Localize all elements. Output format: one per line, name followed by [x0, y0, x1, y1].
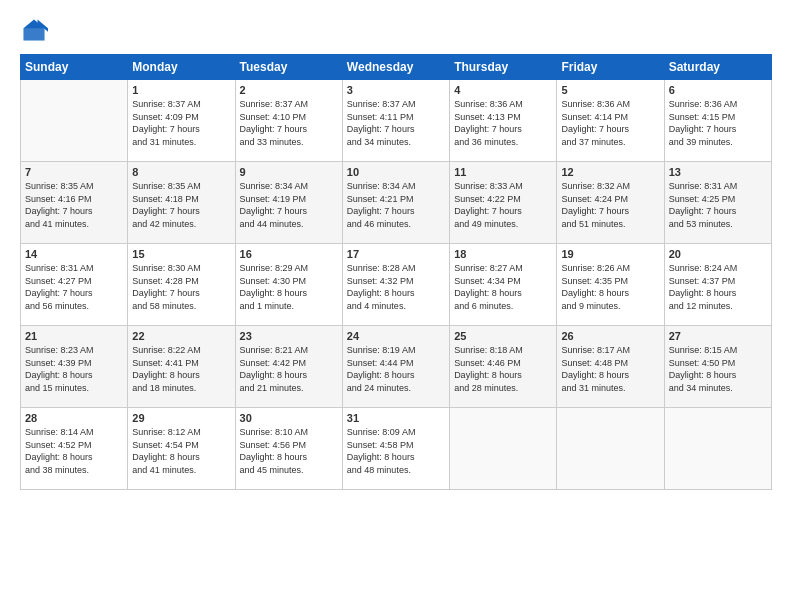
logo-icon: [20, 16, 48, 44]
day-number: 1: [132, 84, 230, 96]
cell-content: Sunrise: 8:23 AMSunset: 4:39 PMDaylight:…: [25, 344, 123, 394]
day-number: 14: [25, 248, 123, 260]
calendar-cell: 2Sunrise: 8:37 AMSunset: 4:10 PMDaylight…: [235, 80, 342, 162]
cell-content: Sunrise: 8:36 AMSunset: 4:13 PMDaylight:…: [454, 98, 552, 148]
calendar-cell: 26Sunrise: 8:17 AMSunset: 4:48 PMDayligh…: [557, 326, 664, 408]
calendar-cell: 20Sunrise: 8:24 AMSunset: 4:37 PMDayligh…: [664, 244, 771, 326]
cell-content: Sunrise: 8:37 AMSunset: 4:11 PMDaylight:…: [347, 98, 445, 148]
calendar-cell: 25Sunrise: 8:18 AMSunset: 4:46 PMDayligh…: [450, 326, 557, 408]
calendar-cell: 11Sunrise: 8:33 AMSunset: 4:22 PMDayligh…: [450, 162, 557, 244]
day-number: 11: [454, 166, 552, 178]
page: SundayMondayTuesdayWednesdayThursdayFrid…: [0, 0, 792, 612]
day-number: 3: [347, 84, 445, 96]
calendar-cell: 17Sunrise: 8:28 AMSunset: 4:32 PMDayligh…: [342, 244, 449, 326]
cell-content: Sunrise: 8:34 AMSunset: 4:19 PMDaylight:…: [240, 180, 338, 230]
week-row: 14Sunrise: 8:31 AMSunset: 4:27 PMDayligh…: [21, 244, 772, 326]
calendar-cell: [664, 408, 771, 490]
day-number: 17: [347, 248, 445, 260]
day-number: 21: [25, 330, 123, 342]
calendar-cell: 23Sunrise: 8:21 AMSunset: 4:42 PMDayligh…: [235, 326, 342, 408]
calendar-cell: 12Sunrise: 8:32 AMSunset: 4:24 PMDayligh…: [557, 162, 664, 244]
day-number: 12: [561, 166, 659, 178]
day-number: 4: [454, 84, 552, 96]
day-number: 20: [669, 248, 767, 260]
cell-content: Sunrise: 8:29 AMSunset: 4:30 PMDaylight:…: [240, 262, 338, 312]
calendar-cell: 15Sunrise: 8:30 AMSunset: 4:28 PMDayligh…: [128, 244, 235, 326]
calendar-cell: 19Sunrise: 8:26 AMSunset: 4:35 PMDayligh…: [557, 244, 664, 326]
calendar-cell: 21Sunrise: 8:23 AMSunset: 4:39 PMDayligh…: [21, 326, 128, 408]
header: [20, 16, 772, 44]
cell-content: Sunrise: 8:12 AMSunset: 4:54 PMDaylight:…: [132, 426, 230, 476]
calendar-table: SundayMondayTuesdayWednesdayThursdayFrid…: [20, 54, 772, 490]
calendar-cell: 8Sunrise: 8:35 AMSunset: 4:18 PMDaylight…: [128, 162, 235, 244]
calendar-cell: 24Sunrise: 8:19 AMSunset: 4:44 PMDayligh…: [342, 326, 449, 408]
cell-content: Sunrise: 8:36 AMSunset: 4:14 PMDaylight:…: [561, 98, 659, 148]
cell-content: Sunrise: 8:26 AMSunset: 4:35 PMDaylight:…: [561, 262, 659, 312]
cell-content: Sunrise: 8:14 AMSunset: 4:52 PMDaylight:…: [25, 426, 123, 476]
day-header: Monday: [128, 55, 235, 80]
calendar-cell: 13Sunrise: 8:31 AMSunset: 4:25 PMDayligh…: [664, 162, 771, 244]
day-number: 6: [669, 84, 767, 96]
cell-content: Sunrise: 8:31 AMSunset: 4:25 PMDaylight:…: [669, 180, 767, 230]
calendar-cell: 31Sunrise: 8:09 AMSunset: 4:58 PMDayligh…: [342, 408, 449, 490]
cell-content: Sunrise: 8:24 AMSunset: 4:37 PMDaylight:…: [669, 262, 767, 312]
calendar-cell: 4Sunrise: 8:36 AMSunset: 4:13 PMDaylight…: [450, 80, 557, 162]
day-number: 19: [561, 248, 659, 260]
calendar-cell: 9Sunrise: 8:34 AMSunset: 4:19 PMDaylight…: [235, 162, 342, 244]
calendar-cell: 5Sunrise: 8:36 AMSunset: 4:14 PMDaylight…: [557, 80, 664, 162]
cell-content: Sunrise: 8:18 AMSunset: 4:46 PMDaylight:…: [454, 344, 552, 394]
day-number: 26: [561, 330, 659, 342]
day-number: 28: [25, 412, 123, 424]
cell-content: Sunrise: 8:35 AMSunset: 4:16 PMDaylight:…: [25, 180, 123, 230]
calendar-cell: 27Sunrise: 8:15 AMSunset: 4:50 PMDayligh…: [664, 326, 771, 408]
week-row: 1Sunrise: 8:37 AMSunset: 4:09 PMDaylight…: [21, 80, 772, 162]
cell-content: Sunrise: 8:10 AMSunset: 4:56 PMDaylight:…: [240, 426, 338, 476]
day-number: 18: [454, 248, 552, 260]
day-number: 13: [669, 166, 767, 178]
cell-content: Sunrise: 8:37 AMSunset: 4:10 PMDaylight:…: [240, 98, 338, 148]
calendar-cell: 3Sunrise: 8:37 AMSunset: 4:11 PMDaylight…: [342, 80, 449, 162]
cell-content: Sunrise: 8:22 AMSunset: 4:41 PMDaylight:…: [132, 344, 230, 394]
day-header: Thursday: [450, 55, 557, 80]
day-number: 24: [347, 330, 445, 342]
logo: [20, 16, 52, 44]
day-number: 10: [347, 166, 445, 178]
calendar-cell: 14Sunrise: 8:31 AMSunset: 4:27 PMDayligh…: [21, 244, 128, 326]
day-number: 29: [132, 412, 230, 424]
cell-content: Sunrise: 8:17 AMSunset: 4:48 PMDaylight:…: [561, 344, 659, 394]
day-number: 7: [25, 166, 123, 178]
cell-content: Sunrise: 8:09 AMSunset: 4:58 PMDaylight:…: [347, 426, 445, 476]
calendar-cell: 22Sunrise: 8:22 AMSunset: 4:41 PMDayligh…: [128, 326, 235, 408]
day-number: 27: [669, 330, 767, 342]
cell-content: Sunrise: 8:33 AMSunset: 4:22 PMDaylight:…: [454, 180, 552, 230]
day-number: 15: [132, 248, 230, 260]
day-header: Tuesday: [235, 55, 342, 80]
day-number: 23: [240, 330, 338, 342]
cell-content: Sunrise: 8:32 AMSunset: 4:24 PMDaylight:…: [561, 180, 659, 230]
day-number: 2: [240, 84, 338, 96]
cell-content: Sunrise: 8:35 AMSunset: 4:18 PMDaylight:…: [132, 180, 230, 230]
day-number: 25: [454, 330, 552, 342]
calendar-cell: 30Sunrise: 8:10 AMSunset: 4:56 PMDayligh…: [235, 408, 342, 490]
day-header: Wednesday: [342, 55, 449, 80]
cell-content: Sunrise: 8:34 AMSunset: 4:21 PMDaylight:…: [347, 180, 445, 230]
cell-content: Sunrise: 8:30 AMSunset: 4:28 PMDaylight:…: [132, 262, 230, 312]
calendar-cell: 6Sunrise: 8:36 AMSunset: 4:15 PMDaylight…: [664, 80, 771, 162]
calendar-cell: 16Sunrise: 8:29 AMSunset: 4:30 PMDayligh…: [235, 244, 342, 326]
day-number: 8: [132, 166, 230, 178]
svg-rect-2: [24, 28, 45, 40]
day-number: 30: [240, 412, 338, 424]
day-number: 5: [561, 84, 659, 96]
calendar-cell: 29Sunrise: 8:12 AMSunset: 4:54 PMDayligh…: [128, 408, 235, 490]
day-number: 22: [132, 330, 230, 342]
cell-content: Sunrise: 8:19 AMSunset: 4:44 PMDaylight:…: [347, 344, 445, 394]
cell-content: Sunrise: 8:31 AMSunset: 4:27 PMDaylight:…: [25, 262, 123, 312]
cell-content: Sunrise: 8:27 AMSunset: 4:34 PMDaylight:…: [454, 262, 552, 312]
week-row: 28Sunrise: 8:14 AMSunset: 4:52 PMDayligh…: [21, 408, 772, 490]
cell-content: Sunrise: 8:36 AMSunset: 4:15 PMDaylight:…: [669, 98, 767, 148]
day-header: Friday: [557, 55, 664, 80]
week-row: 7Sunrise: 8:35 AMSunset: 4:16 PMDaylight…: [21, 162, 772, 244]
calendar-cell: [21, 80, 128, 162]
day-number: 31: [347, 412, 445, 424]
calendar-cell: [557, 408, 664, 490]
